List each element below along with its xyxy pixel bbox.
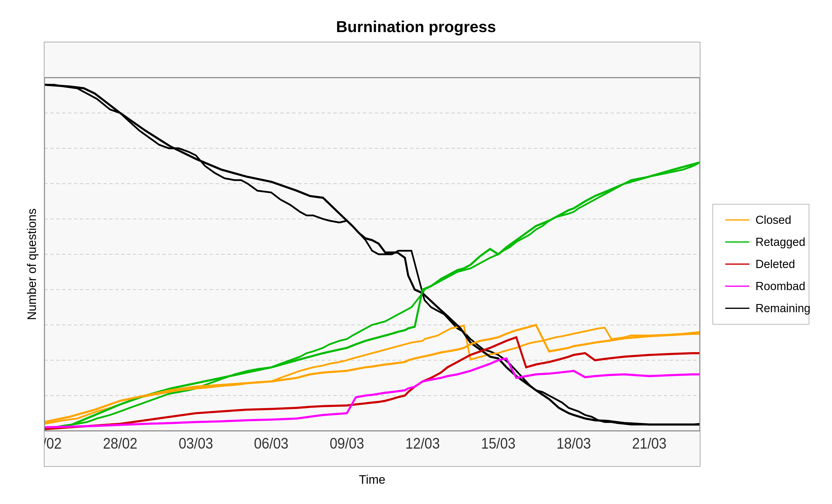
svg-text:15/03: 15/03 [481,435,516,452]
remaining-legend-line [725,308,749,309]
remaining-legend-label: Remaining [755,302,810,315]
legend-item-roombad: Roombad [725,280,797,293]
legend-item-retagged: Retagged [725,236,797,249]
roombad-legend-label: Roombad [755,280,805,293]
legend-item-deleted: Deleted [725,258,797,271]
deleted-line [45,337,700,429]
svg-text:21/03: 21/03 [632,435,667,452]
y-axis-label: Number of questions [23,42,41,486]
retagged-legend-line [725,241,749,243]
chart-body: Number of questions [23,42,809,486]
chart-title: Burnination progress [336,18,496,36]
x-axis-label: Time [44,473,700,486]
svg-text:25/02: 25/02 [45,435,62,452]
svg-text:09/03: 09/03 [330,435,364,452]
chart-container: Burnination progress Number of questions [23,18,809,486]
closed-legend-label: Closed [755,214,791,227]
legend-item-remaining: Remaining [725,302,797,315]
svg-text:18/03: 18/03 [556,435,591,452]
retagged-legend-label: Retagged [755,236,805,249]
roombad-line [45,359,700,427]
chart-area: 0 100 200 300 400 500 600 700 800 900 1,… [44,42,700,486]
closed-legend-line [725,219,749,220]
chart-svg: 0 100 200 300 400 500 600 700 800 900 1,… [45,42,700,466]
svg-text:28/02: 28/02 [103,435,137,452]
chart-legend: Closed Retagged Deleted Roombad Remainin… [712,204,809,325]
svg-text:12/03: 12/03 [406,435,440,452]
retagged-line [45,162,700,429]
legend-item-closed: Closed [725,214,797,227]
retagged-line-2 [45,162,700,429]
roombad-legend-line [725,286,749,287]
svg-text:03/03: 03/03 [179,435,213,452]
deleted-legend-label: Deleted [755,258,795,271]
deleted-legend-line [725,264,749,265]
chart-svg-container: 0 100 200 300 400 500 600 700 800 900 1,… [44,42,700,467]
svg-text:06/03: 06/03 [254,435,289,452]
